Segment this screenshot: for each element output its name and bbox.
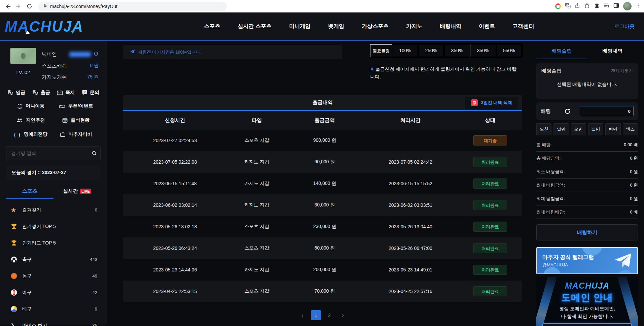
reading-list-icon[interactable] bbox=[604, 3, 609, 10]
sport-row-basketball[interactable]: 농구49 bbox=[6, 268, 101, 284]
page-next-button[interactable]: › bbox=[338, 310, 348, 320]
quick-amount-button[interactable]: 일만 bbox=[553, 123, 569, 135]
match-search-input[interactable] bbox=[11, 151, 92, 156]
quick-amount-button[interactable]: 오만 bbox=[571, 123, 586, 135]
stat-row: 최소 배팅금액:0 원 bbox=[536, 165, 638, 178]
lock-icon bbox=[43, 3, 47, 9]
menu-link-friends[interactable]: 지인추천 bbox=[8, 117, 53, 123]
nav-item[interactable]: 고객센터 bbox=[512, 23, 534, 30]
nav-item[interactable]: 실시간 스포츠 bbox=[238, 23, 272, 30]
quick-action-chat[interactable]: ?문의 bbox=[82, 90, 99, 96]
tab-sports[interactable]: 스포츠 bbox=[6, 185, 53, 199]
logout-link[interactable]: 로그아웃 bbox=[614, 23, 635, 30]
search-button[interactable] bbox=[92, 151, 97, 156]
betslip-tab[interactable]: 배팅내역 bbox=[587, 44, 638, 59]
domain-banner[interactable]: MACHUJA 도메인 안내 평생 도메인과 예비도메인, 다 함께 확인 가능… bbox=[536, 277, 638, 326]
star-icon: ★ bbox=[11, 206, 20, 214]
nav-item[interactable]: 카지노 bbox=[406, 23, 422, 30]
power-icon[interactable] bbox=[94, 51, 99, 58]
cell-status: 처리완료 bbox=[458, 157, 522, 167]
site-logo[interactable]: MACHUJA bbox=[5, 18, 83, 35]
menu-link-laurel[interactable]: ( )명예의전당 bbox=[8, 131, 53, 137]
page-button[interactable]: 1 bbox=[311, 310, 321, 320]
forward-icon[interactable] bbox=[14, 2, 23, 11]
svg-text:k: k bbox=[568, 5, 569, 8]
quick-amount-button[interactable]: 십만 bbox=[588, 123, 603, 135]
nav-item[interactable]: 벳게임 bbox=[328, 23, 344, 30]
translate-icon[interactable]: ak bbox=[565, 3, 571, 10]
bet-amount-row: 배팅 bbox=[536, 102, 638, 120]
delete-history-button[interactable]: 3일전 내역 삭제 bbox=[465, 97, 518, 109]
domain-url-button[interactable]: 마추자벳.COM bbox=[542, 323, 632, 326]
menu-link-calendar[interactable]: 출석현황 bbox=[53, 117, 99, 123]
quick-amount-button[interactable]: 백만 bbox=[605, 123, 620, 135]
address-bar[interactable]: machuja-23.com/Money/PayOut bbox=[38, 2, 227, 11]
payout-table-title: 출금내역 bbox=[123, 99, 522, 106]
sport-label: 배구 bbox=[22, 306, 32, 312]
clear-all-link[interactable]: 전체지우기 bbox=[611, 68, 633, 74]
sport-row-hockey[interactable]: 아이스 하키35 bbox=[6, 317, 101, 326]
cell-processed-time: 2023-06-02 03:03:51 bbox=[363, 202, 459, 208]
sport-row-baseball[interactable]: 야구42 bbox=[6, 284, 101, 301]
telegram-banner[interactable]: 마추자 공식 텔레그램 @MACHUJA bbox=[536, 247, 638, 274]
sport-row-volleyball[interactable]: 배구9 bbox=[6, 301, 101, 317]
sport-row-soccer[interactable]: 축구443 bbox=[6, 251, 101, 268]
page-prev-button[interactable]: ‹ bbox=[297, 310, 308, 320]
bookmark-star-icon[interactable] bbox=[584, 3, 590, 10]
column-header: 신청시간 bbox=[123, 117, 227, 124]
cell-requested-time: 2023-05-26 13:02:18 bbox=[123, 224, 227, 229]
rolling-value-cell: 250% bbox=[418, 44, 444, 57]
share-icon[interactable] bbox=[575, 3, 580, 10]
bet-refresh-icon[interactable] bbox=[564, 108, 571, 115]
nav-item[interactable]: 스포츠 bbox=[204, 23, 220, 30]
trophy-icon bbox=[11, 240, 20, 246]
page-button[interactable]: 2 bbox=[324, 310, 334, 320]
nav-item[interactable]: 가상스포츠 bbox=[362, 23, 389, 30]
stat-row: 최대 배팅금액:0 원 bbox=[536, 178, 638, 192]
quick-action-mail[interactable]: 쪽지 bbox=[57, 90, 75, 96]
cash-value: 0 원 bbox=[90, 63, 99, 69]
betslip-tab[interactable]: 배팅슬립 bbox=[536, 44, 587, 59]
tab-live[interactable]: 실시간LIVE bbox=[53, 185, 101, 199]
cell-type: 카지노 지갑 bbox=[227, 267, 287, 273]
quick-amount-button[interactable]: 오천 bbox=[536, 123, 551, 135]
quick-action-coins[interactable]: 입금 bbox=[7, 90, 25, 96]
refresh-icon[interactable] bbox=[25, 2, 34, 11]
profile-avatar[interactable] bbox=[623, 2, 632, 10]
table-row: 2023-06-02 03:02:14카지노 지갑30,000 원2023-06… bbox=[123, 194, 522, 216]
nav-item[interactable]: 이벤트 bbox=[479, 23, 495, 30]
cell-type: 스포츠 지갑 bbox=[227, 137, 287, 143]
table-row: 2023-05-23 14:44:06카지노 지갑200,000 원2023-0… bbox=[123, 259, 522, 281]
menu-link-transfer[interactable]: 머니이동 bbox=[8, 103, 53, 109]
menu-dots-icon[interactable] bbox=[636, 3, 641, 9]
back-icon[interactable] bbox=[3, 2, 12, 11]
cell-processed-time: 2023-05-26 13:04:40 bbox=[363, 224, 459, 229]
quick-action-coins[interactable]: 출금 bbox=[32, 90, 50, 96]
menu-link-tv[interactable]: 마추자티비 bbox=[53, 131, 99, 137]
bet-amount-input[interactable] bbox=[580, 106, 634, 116]
cell-requested-time: 2023-05-23 14:44:06 bbox=[123, 267, 227, 272]
place-bet-button[interactable]: 배팅하기 bbox=[536, 224, 638, 240]
logo-triangle-up bbox=[26, 31, 30, 34]
sport-row-trophy[interactable]: 인기경기 TOP 5 bbox=[6, 218, 101, 235]
pagination: ‹12› bbox=[123, 310, 522, 320]
side-panel-icon[interactable] bbox=[613, 3, 619, 10]
menu-link-coupon[interactable]: 쿠폰/이벤트 bbox=[53, 103, 99, 109]
cell-processed-time: 2023-07-05 02:24:42 bbox=[363, 159, 459, 165]
live-badge: LIVE bbox=[80, 189, 91, 194]
cell-amount: 900,000 원 bbox=[287, 137, 362, 143]
extension-puzzle-icon[interactable] bbox=[594, 3, 600, 10]
google-icon[interactable] bbox=[555, 3, 561, 9]
stat-label: 총 배당: bbox=[536, 142, 552, 148]
quick-amount-button[interactable]: 맥스 bbox=[623, 123, 638, 135]
tab-live-label: 실시간 bbox=[63, 188, 78, 194]
nav-item[interactable]: 미니게임 bbox=[289, 23, 311, 30]
stat-label: 최대 배팅금액: bbox=[536, 182, 565, 188]
sport-label: 농구 bbox=[22, 273, 32, 279]
cell-status: 처리완료 bbox=[458, 265, 522, 275]
sport-row-star[interactable]: ★즐겨찾기0 bbox=[6, 202, 101, 218]
status-badge: 처리완료 bbox=[473, 265, 507, 275]
table-row: 2023-05-26 06:43:24스포츠 지갑60,000 원2023-05… bbox=[123, 237, 522, 259]
nav-item[interactable]: 배팅내역 bbox=[440, 23, 461, 30]
sport-row-trophy[interactable]: 인기리그 TOP 5 bbox=[6, 235, 101, 251]
